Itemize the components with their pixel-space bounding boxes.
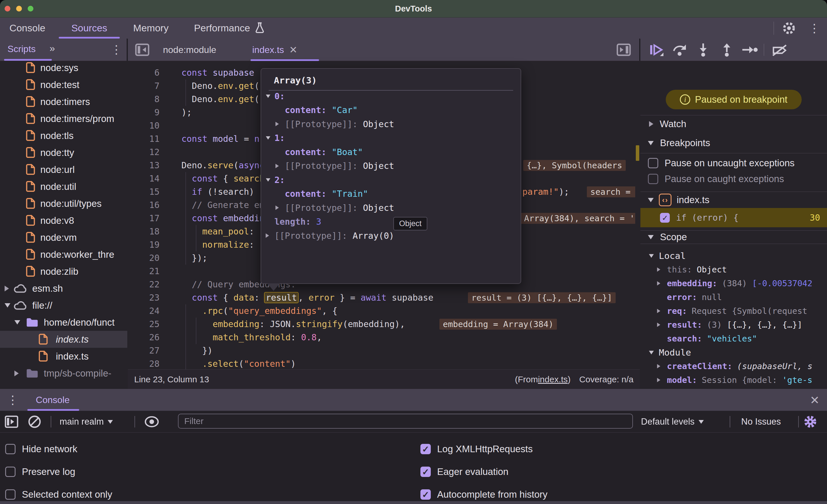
tab-console-panel[interactable]: Console [3, 17, 52, 39]
scope-variable-result[interactable]: result:(3) [{…}, {…}, {…}] [640, 318, 827, 332]
line-number[interactable]: 10 [128, 119, 159, 132]
line-number[interactable]: 22 [128, 278, 159, 291]
popup-property-row[interactable]: length:3 [261, 215, 521, 229]
tree-item-node-util-types[interactable]: node:util/types [0, 195, 127, 212]
popup-property-row[interactable]: [[Prototype]]:Array(0) [261, 229, 521, 242]
tree-item-node-tty[interactable]: node:tty [0, 144, 127, 161]
tab-memory-panel[interactable]: Memory [127, 17, 175, 39]
live-expression-button[interactable] [143, 411, 161, 433]
scope-section-local[interactable]: Local [640, 249, 827, 263]
section-scope[interactable]: Scope [640, 230, 827, 244]
scope-variable-embedding[interactable]: embedding:(384) [-0.00537042 [640, 276, 827, 290]
scope-section-module[interactable]: Module [640, 345, 827, 359]
section-breakpoints[interactable]: Breakpoints [640, 134, 827, 152]
settings-gear-button[interactable] [780, 17, 798, 39]
editor-tab-node-module[interactable]: node:module [163, 39, 228, 61]
step-into-button[interactable] [694, 39, 713, 61]
resume-script-button[interactable] [647, 39, 666, 61]
line-number[interactable]: 23 [128, 291, 159, 304]
popup-property-row[interactable]: [[Prototype]]:Object [261, 117, 521, 131]
step-button[interactable] [741, 39, 759, 61]
line-number[interactable]: 14 [128, 172, 159, 185]
tree-item-node-tls[interactable]: node:tls [0, 127, 127, 144]
line-number[interactable]: 21 [128, 265, 159, 278]
scope-variable-error[interactable]: error:null [640, 290, 827, 304]
tab-performance-panel[interactable]: Performance [184, 17, 275, 39]
popup-property-row[interactable]: content:"Car" [261, 103, 521, 117]
line-number[interactable]: 17 [128, 212, 159, 225]
console-setting-row[interactable]: Selected context only [5, 488, 112, 501]
line-number[interactable]: 13 [128, 159, 159, 172]
line-number[interactable]: 19 [128, 238, 159, 251]
navigator-menu-icon[interactable]: ⋮ [110, 44, 122, 55]
collapse-icon[interactable] [14, 320, 20, 325]
line-number[interactable]: 6 [128, 66, 159, 79]
deactivate-breakpoints-button[interactable] [771, 39, 789, 61]
more-tabs-chevron-icon[interactable]: » [50, 43, 55, 54]
toggle-console-sidebar-button[interactable] [2, 411, 21, 433]
collapse-icon[interactable] [266, 136, 271, 140]
log-levels-selector[interactable]: Default levels [641, 416, 704, 427]
line-number[interactable]: 25 [128, 318, 159, 331]
scope-variable-model[interactable]: model:Session {model: 'gte-s [640, 373, 827, 387]
line-number[interactable]: 26 [128, 331, 159, 344]
expand-icon[interactable] [657, 309, 660, 313]
breakpoint-checkbox[interactable] [660, 213, 670, 223]
expand-icon[interactable] [5, 286, 9, 291]
tree-item-node-vm[interactable]: node:vm [0, 229, 127, 246]
popup-property-row[interactable]: [[Prototype]]:Object [261, 201, 521, 215]
line-number[interactable]: 9 [128, 106, 159, 119]
expand-icon[interactable] [657, 323, 660, 327]
tree-item-node-test[interactable]: node:test [0, 76, 127, 93]
section-watch[interactable]: Watch [640, 115, 827, 133]
scope-variable-search[interactable]: search:"vehicles" [640, 332, 827, 345]
sourcemap-file-link[interactable]: index.ts [538, 375, 568, 384]
checkbox[interactable] [648, 174, 658, 184]
code-line-27[interactable]: 27 }) [128, 344, 640, 357]
tree-item-node-zlib[interactable]: node:zlib [0, 263, 127, 280]
console-setting-row[interactable]: Log XMLHttpRequests [421, 442, 533, 456]
checkbox[interactable] [5, 466, 15, 477]
console-settings-button[interactable] [801, 411, 820, 433]
popup-property-row[interactable]: content:"Train" [261, 187, 521, 201]
tree-item-tmp-sb-compile-[interactable]: tmp/sb-compile- [0, 365, 127, 382]
collapse-icon[interactable] [266, 178, 271, 181]
line-number[interactable]: 12 [128, 146, 159, 159]
more-options-button[interactable]: ⋮ [805, 17, 824, 39]
checkbox[interactable] [421, 444, 431, 454]
step-out-button[interactable] [718, 39, 736, 61]
tree-item-index-ts[interactable]: index.ts [0, 348, 127, 365]
code-line-24[interactable]: 24 .rpc("query_embeddings", { [128, 304, 640, 318]
scope-variable-createClient[interactable]: createClient:(supabaseUrl, s [640, 359, 827, 373]
code-line-23[interactable]: 23 const { data: result, error } = await… [128, 291, 640, 304]
tree-item-node-timers-prom[interactable]: node:timers/prom [0, 110, 127, 127]
expand-icon[interactable] [276, 164, 279, 168]
breakpoint-file-group[interactable]: ‹› index.ts [640, 192, 827, 208]
expand-icon[interactable] [657, 378, 660, 382]
code-line-28[interactable]: 28 .select("content") [128, 357, 640, 370]
checkbox[interactable] [421, 466, 431, 477]
collapse-icon[interactable] [649, 254, 654, 258]
breakpoint-entry[interactable]: if (error) {30 [640, 208, 827, 227]
expand-icon[interactable] [276, 122, 279, 126]
tree-item-node-util[interactable]: node:util [0, 178, 127, 195]
expand-icon[interactable] [657, 281, 660, 286]
console-setting-row[interactable]: Hide network [5, 442, 78, 456]
scope-variable-req[interactable]: req:Request {Symbol(request [640, 304, 827, 318]
line-number[interactable]: 20 [128, 251, 159, 265]
drawer-menu-icon[interactable]: ⋮ [7, 394, 18, 406]
expand-icon[interactable] [266, 233, 269, 238]
code-line-26[interactable]: 26 match_threshold: 0.8, [128, 331, 640, 344]
line-number[interactable]: 27 [128, 344, 159, 357]
popup-property-row[interactable]: [[Prototype]]:Object [261, 159, 521, 173]
tab-sources-panel[interactable]: Sources [56, 17, 122, 39]
line-number[interactable]: 8 [128, 93, 159, 106]
tree-item-index-ts[interactable]: index.ts [0, 331, 127, 348]
tree-item-esm-sh[interactable]: esm.sh [0, 280, 127, 297]
tree-item-node-sys[interactable]: node:sys [0, 61, 127, 76]
pause-option-row[interactable]: Pause on caught exceptions [648, 172, 784, 186]
toggle-debugger-sidebar-button[interactable] [615, 39, 633, 61]
tree-item-node-worker-thre[interactable]: node:worker_thre [0, 246, 127, 263]
scope-variable-supabase[interactable]: supabase:SupabaseClient {sup [640, 387, 827, 389]
popup-property-row[interactable]: content:"Boat" [261, 145, 521, 159]
